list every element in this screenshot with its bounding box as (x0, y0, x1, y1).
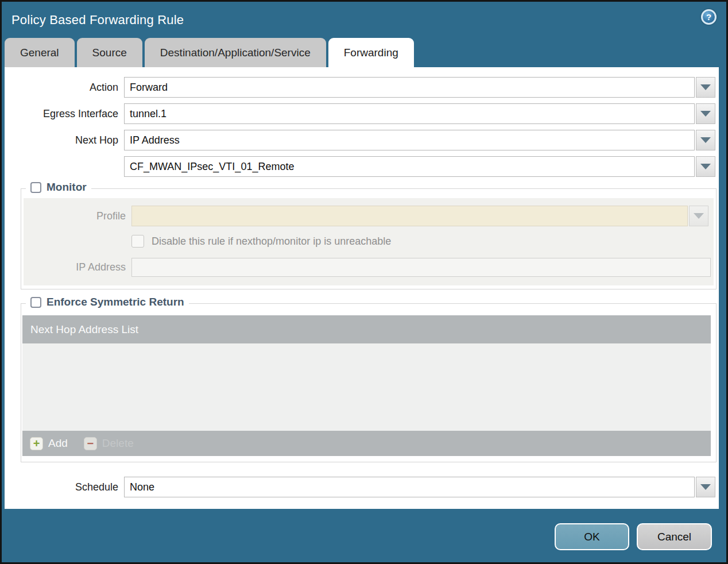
action-select[interactable]: Forward (124, 77, 695, 98)
minus-icon: − (84, 437, 97, 450)
egress-interface-row: Egress Interface tunnel.1 (5, 103, 719, 124)
delete-button-label: Delete (102, 437, 134, 450)
next-hop-select[interactable]: IP Address (124, 130, 695, 150)
egress-interface-select[interactable]: tunnel.1 (124, 103, 695, 124)
tab-bar: General Source Destination/Application/S… (2, 38, 726, 67)
tab-source[interactable]: Source (77, 38, 142, 67)
schedule-value: None (130, 481, 154, 493)
cancel-button[interactable]: Cancel (637, 523, 712, 550)
next-hop-address-list-table: Next Hop Address List + Add − Delete (22, 315, 711, 456)
profile-select (131, 206, 688, 226)
action-value: Forward (130, 82, 168, 94)
monitor-title[interactable]: Monitor (47, 181, 87, 194)
chevron-down-icon (700, 84, 711, 90)
next-hop-dropdown-button[interactable] (696, 130, 715, 150)
tab-destination-application-service[interactable]: Destination/Application/Service (145, 38, 326, 67)
monitor-section: Monitor Profile Disable this rule if nex… (21, 188, 717, 289)
schedule-dropdown-button[interactable] (696, 477, 715, 497)
profile-dropdown-button (689, 206, 708, 226)
dialog-footer: OK Cancel (2, 509, 726, 562)
disable-rule-label: Disable this rule if nexthop/monitor ip … (152, 235, 391, 248)
add-button-label: Add (48, 437, 68, 450)
next-hop-row: Next Hop IP Address (5, 130, 719, 150)
profile-row: Profile (24, 206, 714, 226)
next-hop-address-dropdown-button[interactable] (696, 156, 715, 177)
next-hop-label: Next Hop (5, 134, 124, 146)
symmetric-return-section: Enforce Symmetric Return Next Hop Addres… (21, 303, 717, 462)
next-hop-address-list-footer: + Add − Delete (22, 431, 711, 456)
delete-button: − Delete (84, 437, 134, 450)
monitor-ip-address-row: IP Address (24, 257, 714, 277)
monitor-checkbox[interactable] (30, 182, 41, 193)
action-label: Action (5, 82, 124, 94)
ok-button[interactable]: OK (555, 523, 629, 550)
tab-general[interactable]: General (5, 38, 75, 67)
disable-rule-row: Disable this rule if nexthop/monitor ip … (131, 234, 714, 248)
schedule-select[interactable]: None (124, 477, 695, 497)
dialog-title: Policy Based Forwarding Rule (11, 13, 184, 28)
chevron-down-icon (700, 137, 711, 143)
next-hop-address-list-header: Next Hop Address List (22, 315, 711, 343)
pbf-dialog: Policy Based Forwarding Rule ? General S… (0, 0, 728, 564)
add-button[interactable]: + Add (30, 437, 68, 450)
help-icon[interactable]: ? (701, 9, 717, 25)
schedule-label: Schedule (5, 481, 124, 493)
chevron-down-icon (700, 484, 711, 490)
symmetric-return-checkbox[interactable] (30, 297, 41, 308)
egress-interface-label: Egress Interface (5, 108, 124, 120)
next-hop-address-list-body (22, 343, 711, 431)
egress-interface-dropdown-button[interactable] (696, 103, 715, 124)
disable-rule-checkbox (131, 235, 144, 248)
next-hop-address-value: CF_MWAN_IPsec_VTI_01_Remote (130, 161, 294, 173)
symmetric-return-title[interactable]: Enforce Symmetric Return (47, 296, 184, 308)
symmetric-return-legend: Enforce Symmetric Return (26, 296, 189, 308)
action-row: Action Forward (5, 77, 719, 98)
tab-forwarding[interactable]: Forwarding (328, 38, 414, 67)
plus-icon: + (30, 437, 43, 450)
chevron-down-icon (700, 164, 711, 169)
monitor-ip-address-label: IP Address (24, 261, 131, 273)
chevron-down-icon (700, 111, 711, 117)
dialog-titlebar: Policy Based Forwarding Rule ? (2, 2, 726, 38)
action-dropdown-button[interactable] (696, 77, 715, 98)
profile-label: Profile (24, 210, 131, 222)
next-hop-value: IP Address (130, 134, 180, 146)
next-hop-address-row: CF_MWAN_IPsec_VTI_01_Remote (5, 156, 719, 177)
monitor-ip-address-input (131, 258, 711, 277)
next-hop-address-select[interactable]: CF_MWAN_IPsec_VTI_01_Remote (124, 156, 695, 177)
monitor-legend: Monitor (26, 181, 91, 194)
egress-interface-value: tunnel.1 (130, 108, 166, 120)
forwarding-tab-panel: Action Forward Egress Interface tunnel.1… (5, 67, 719, 509)
monitor-panel: Profile Disable this rule if nexthop/mon… (24, 198, 714, 285)
schedule-row: Schedule None (5, 477, 719, 497)
chevron-down-icon (694, 213, 704, 219)
